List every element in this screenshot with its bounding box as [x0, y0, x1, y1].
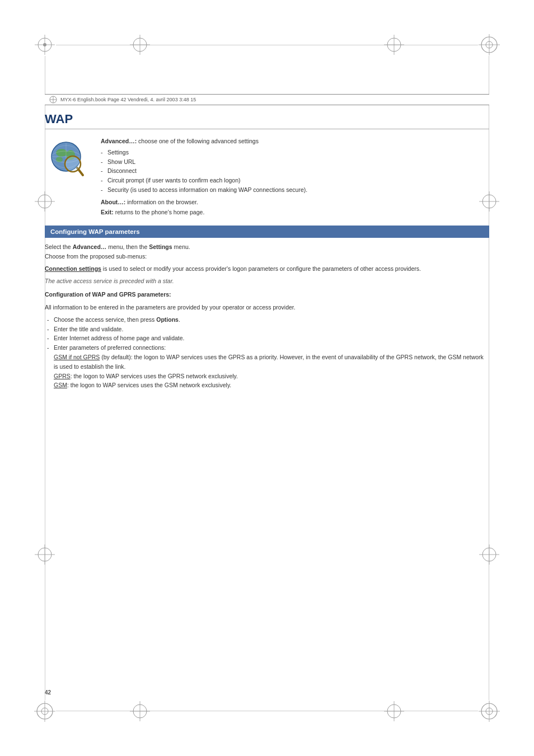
svg-point-3: [43, 43, 46, 46]
exit-bold: Exit:: [101, 209, 114, 215]
step1-suffix: .: [179, 316, 180, 323]
about-paragraph: About…: information on the browser.: [101, 198, 489, 207]
reg-mark-bottom-right: [478, 700, 500, 722]
crop-line-bottom: [56, 711, 478, 711]
config-step-2: Enter the title and validate.: [45, 325, 489, 334]
exit-desc: returns to the phone's home page.: [115, 209, 205, 215]
list-item: Disconnect: [101, 166, 489, 176]
reg-mark-top-center-left: [129, 34, 151, 56]
reg-mark-top-right: [478, 34, 500, 56]
config-step-1: Choose the access service, then press Op…: [45, 315, 489, 325]
list-item: Settings: [101, 148, 489, 157]
connection-settings-desc: is used to select or modify your access …: [101, 265, 421, 272]
gsm-term: GSM: [54, 382, 67, 388]
page-title: WAP: [45, 112, 489, 129]
page-number: 42: [45, 689, 51, 696]
italic-note: The active access service is preceded wi…: [45, 276, 489, 285]
gprs-term: GPRS: [54, 373, 71, 379]
about-desc: information on the browser.: [127, 199, 198, 205]
step1-bold: Options: [156, 316, 179, 323]
config-steps-list: Choose the access service, then press Op…: [45, 315, 489, 390]
page: MYX-6 English.book Page 42 Vendredi, 4. …: [0, 0, 534, 756]
config-header: Configuration of WAP and GPRS parameters…: [45, 290, 489, 299]
section-header-configuring: Configuring WAP parameters: [45, 226, 489, 238]
advanced-bold: Advanced…:: [101, 138, 137, 144]
reg-mark-top-center-right: [383, 34, 405, 56]
connection-settings-paragraph: Connection settings is used to select or…: [45, 264, 489, 273]
gprs-desc: : the logon to WAP services uses the GPR…: [71, 373, 238, 379]
advanced-menu-bold: Advanced…: [73, 243, 107, 250]
intro-text1: Select the: [45, 243, 73, 250]
advanced-items-list: Settings Show URL Disconnect Circuit pro…: [101, 148, 489, 195]
advanced-description: choose one of the following advanced set…: [138, 138, 259, 144]
arrow-icon: [49, 96, 57, 104]
gsm-not-gprs-term: GSM if not GPRS: [54, 354, 100, 360]
connection-settings-link: Connection settings: [45, 265, 101, 272]
crop-line-top: [56, 45, 478, 45]
svg-point-44: [56, 149, 67, 157]
sub-line: Choose from the proposed sub-menus:: [45, 253, 147, 260]
section-top: Advanced…: choose one of the following a…: [45, 137, 489, 219]
list-item: Show URL: [101, 157, 489, 167]
config-intro: All information to be entered in the par…: [45, 303, 489, 312]
intro-paragraph: Select the Advanced… menu, then the Sett…: [45, 242, 489, 261]
about-bold: About…:: [101, 199, 125, 205]
reg-mark-bottom-center-right: [383, 700, 405, 722]
gsm-desc: : the logon to WAP services uses the GSM…: [67, 382, 231, 388]
exit-paragraph: Exit: returns to the phone's home page.: [101, 208, 489, 217]
intro-text2: menu, then the: [106, 243, 149, 250]
settings-menu-bold: Settings: [149, 243, 172, 250]
reg-mark-top-left: [34, 34, 56, 56]
svg-point-53: [65, 156, 81, 172]
content-area: WAP: [45, 112, 489, 700]
reg-mark-bottom-left: [34, 700, 56, 722]
step1-text: Choose the access service, then press: [54, 316, 156, 323]
intro-text3: menu.: [172, 243, 190, 250]
file-info: MYX-6 English.book Page 42 Vendredi, 4. …: [60, 97, 196, 102]
step4-text: Enter parameters of preferred connection…: [54, 344, 166, 351]
config-step-3: Enter Internet address of home page and …: [45, 334, 489, 343]
config-step-4: Enter parameters of preferred connection…: [45, 343, 489, 390]
list-item: Security (is used to access information …: [101, 185, 489, 195]
body-content: Select the Advanced… menu, then the Sett…: [45, 242, 489, 390]
top-text-section: Advanced…: choose one of the following a…: [101, 137, 489, 219]
svg-point-46: [56, 157, 63, 162]
reg-mark-bottom-center-left: [129, 700, 151, 722]
globe-image: [45, 137, 90, 182]
gsm-not-gprs-desc: (by default): the logon to WAP services …: [54, 354, 484, 370]
list-item: Circuit prompt (if user wants to confirm…: [101, 176, 489, 185]
globe-svg: [45, 137, 90, 182]
header-bar: MYX-6 English.book Page 42 Vendredi, 4. …: [45, 94, 489, 105]
advanced-label: Advanced…: choose one of the following a…: [101, 137, 489, 146]
